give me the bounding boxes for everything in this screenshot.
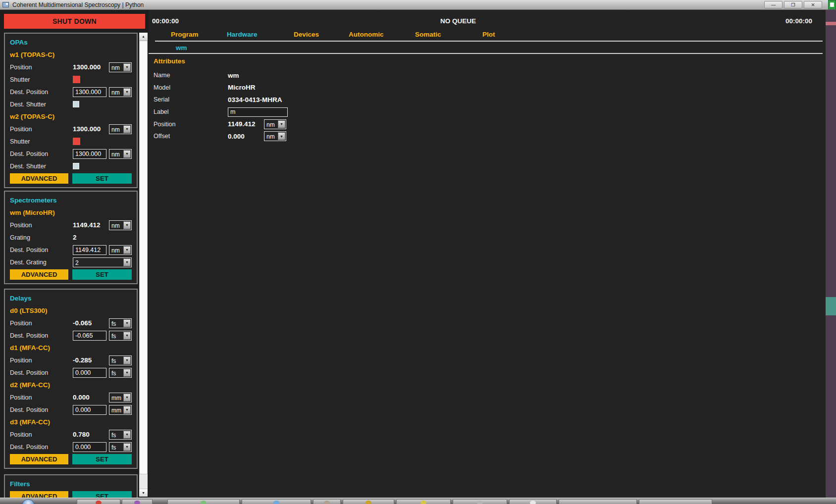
combobox-arrow-button[interactable]: ▼ [123,246,131,254]
combobox-arrow-button[interactable]: ▼ [123,356,131,364]
background-app-icon[interactable] [828,0,836,9]
unit-combobox[interactable]: nm▼ [109,124,132,134]
scroll-down-button[interactable]: ▼ [139,489,148,497]
destination-input[interactable] [73,245,106,255]
tab-somatic[interactable]: Somatic [415,31,441,38]
combobox-arrow-button[interactable]: ▼ [123,443,131,451]
field-label: Position [10,126,73,133]
tab-devices[interactable]: Devices [294,31,319,38]
scroll-up-button[interactable]: ▲ [139,33,148,41]
field-label: Shutter [10,76,73,83]
taskbar-app-9[interactable] [509,499,557,504]
combobox-arrow-button[interactable]: ▼ [123,431,131,439]
taskbar-app-3[interactable] [167,499,240,504]
taskbar-app-8-icon [477,501,483,504]
taskbar-app-7[interactable] [396,499,451,504]
unit-combobox[interactable]: fs▼ [109,331,132,341]
combobox-arrow-button[interactable]: ▼ [278,120,285,128]
taskbar-app-6[interactable] [343,499,394,504]
combobox-arrow-button[interactable]: ▼ [123,319,131,327]
advanced-button[interactable]: ADVANCED [10,173,68,184]
destination-input[interactable] [73,368,106,378]
chevron-down-icon: ▼ [125,433,129,436]
combobox-arrow-button[interactable]: ▼ [123,63,131,71]
unit-combobox[interactable]: nm▼ [109,149,132,159]
separator-line [155,41,823,42]
chevron-down-icon: ▼ [125,65,129,69]
row-grating: Grating2 [10,231,132,244]
destination-input[interactable] [73,331,106,341]
destination-input[interactable] [73,87,106,97]
unit-combobox[interactable]: nm▼ [264,119,286,129]
dest-shutter-checkbox[interactable] [73,101,79,107]
combobox-arrow-button[interactable]: ▼ [123,332,131,340]
sidebar-scrollbar[interactable]: ▲ ▼ [139,33,148,497]
destination-input[interactable] [73,442,106,452]
combobox-arrow-button[interactable]: ▼ [123,406,131,414]
taskbar-app-2[interactable] [122,499,153,504]
taskbar-app-5[interactable] [313,499,341,504]
shutter-indicator [73,76,80,83]
unit-combobox[interactable]: fs▼ [109,442,132,452]
unit-combobox[interactable]: nm▼ [109,62,132,72]
tab-wm[interactable]: wm [176,44,187,51]
minimize-button[interactable]: — [764,1,783,8]
destination-input[interactable] [73,149,106,159]
set-button[interactable]: SET [72,173,132,184]
unit-combobox[interactable]: fs▼ [109,318,132,328]
field-value: -0.285 [73,356,109,364]
tab-plot[interactable]: Plot [482,31,495,38]
unit-combobox[interactable]: nm▼ [109,245,132,255]
unit-combobox[interactable]: mm▼ [109,393,132,403]
close-button[interactable]: ✕ [804,1,822,8]
advanced-button[interactable]: ADVANCED [10,454,68,464]
scrollbar-thumb[interactable] [139,41,148,474]
unit-combobox[interactable]: nm▼ [109,220,132,230]
unit-combobox[interactable]: 2▼ [73,257,132,267]
taskbar-app-1[interactable] [77,499,120,504]
unit-combobox[interactable]: nm▼ [109,87,132,97]
minimize-icon: — [771,2,776,7]
taskbar-app-11[interactable] [639,499,712,504]
advanced-button[interactable]: ADVANCED [10,269,68,280]
unit-combobox[interactable]: mm▼ [109,405,132,415]
combobox-value: fs [109,331,123,340]
field-label: Position [10,320,73,327]
unit-combobox[interactable]: fs▼ [109,355,132,365]
unit-combobox[interactable]: fs▼ [109,368,132,378]
combobox-arrow-button[interactable]: ▼ [123,150,131,158]
taskbar-app-9-icon [530,501,536,504]
restore-button[interactable]: ❐ [784,1,802,8]
chevron-down-icon: ▼ [125,321,129,325]
combobox-arrow-button[interactable]: ▼ [123,394,131,402]
combobox-arrow-button[interactable]: ▼ [123,369,131,377]
taskbar-app-8[interactable] [453,499,507,504]
taskbar-app-7-icon [420,501,426,504]
set-button[interactable]: SET [72,454,132,464]
destination-input[interactable] [73,405,106,415]
tab-program[interactable]: Program [171,31,199,38]
tab-autonomic[interactable]: Autonomic [349,31,384,38]
chevron-down-icon: ▼ [125,260,129,264]
attribute-value: 0.000 [228,133,264,140]
field-label: Dest. Grating [10,259,73,266]
combobox-arrow-button[interactable]: ▼ [123,221,131,229]
panel-title: Spectrometers [10,194,132,206]
set-button[interactable]: SET [72,269,132,280]
tab-hardware[interactable]: Hardware [227,31,258,38]
taskbar-app-10[interactable] [559,499,637,504]
combobox-arrow-button[interactable]: ▼ [278,132,285,140]
combobox-arrow-button[interactable]: ▼ [123,258,131,266]
start-button[interactable] [22,499,35,504]
unit-combobox[interactable]: nm▼ [264,131,286,141]
attribute-row-model: ModelMicroHR [154,82,352,94]
combobox-arrow-button[interactable]: ▼ [123,88,131,96]
taskbar-app-4[interactable] [242,499,311,504]
unit-combobox[interactable]: fs▼ [109,430,132,440]
dest-shutter-checkbox[interactable] [73,163,79,169]
combobox-arrow-button[interactable]: ▼ [123,125,131,133]
combobox-value: nm [264,132,277,141]
label-input[interactable] [228,107,288,117]
taskbar-app-6-icon [366,501,371,504]
separator-line [149,53,823,54]
